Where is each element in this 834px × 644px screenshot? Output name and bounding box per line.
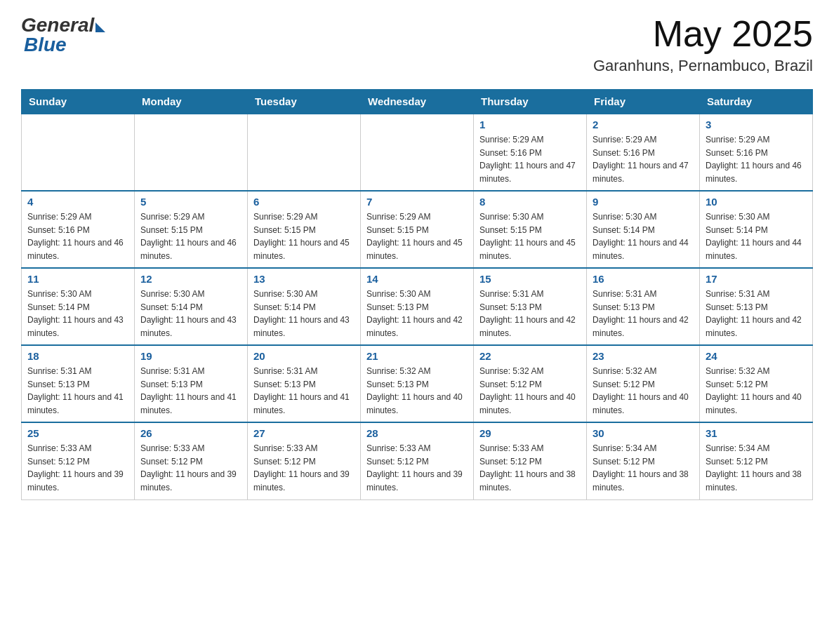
day-number: 16 (593, 273, 694, 285)
calendar-cell: 12Sunrise: 5:30 AMSunset: 5:14 PMDayligh… (135, 268, 248, 345)
day-number: 25 (27, 427, 128, 439)
day-info: Sunrise: 5:33 AMSunset: 5:12 PMDaylight:… (27, 442, 128, 494)
day-info: Sunrise: 5:29 AMSunset: 5:16 PMDaylight:… (706, 133, 807, 185)
day-number: 23 (593, 350, 694, 362)
calendar-cell: 13Sunrise: 5:30 AMSunset: 5:14 PMDayligh… (248, 268, 361, 345)
day-number: 14 (366, 273, 468, 285)
week-row-1: 1Sunrise: 5:29 AMSunset: 5:16 PMDaylight… (22, 114, 813, 191)
calendar-cell: 19Sunrise: 5:31 AMSunset: 5:13 PMDayligh… (135, 345, 248, 422)
day-info: Sunrise: 5:32 AMSunset: 5:12 PMDaylight:… (479, 365, 581, 417)
day-info: Sunrise: 5:34 AMSunset: 5:12 PMDaylight:… (706, 442, 807, 494)
day-number: 10 (706, 196, 807, 208)
day-number: 22 (479, 350, 581, 362)
day-info: Sunrise: 5:29 AMSunset: 5:15 PMDaylight:… (140, 210, 241, 262)
title-block: May 2025 Garanhuns, Pernambuco, Brazil (593, 14, 813, 75)
day-number: 21 (366, 350, 468, 362)
day-number: 2 (593, 119, 694, 130)
day-number: 30 (593, 427, 694, 439)
calendar-cell: 28Sunrise: 5:33 AMSunset: 5:12 PMDayligh… (361, 422, 474, 499)
day-info: Sunrise: 5:30 AMSunset: 5:14 PMDaylight:… (253, 288, 355, 340)
calendar-cell (248, 114, 361, 191)
calendar-cell: 17Sunrise: 5:31 AMSunset: 5:13 PMDayligh… (700, 268, 813, 345)
calendar-cell: 6Sunrise: 5:29 AMSunset: 5:15 PMDaylight… (248, 191, 361, 268)
calendar-cell: 15Sunrise: 5:31 AMSunset: 5:13 PMDayligh… (474, 268, 587, 345)
calendar-cell: 27Sunrise: 5:33 AMSunset: 5:12 PMDayligh… (248, 422, 361, 499)
logo-arrow-icon (95, 22, 105, 32)
day-info: Sunrise: 5:30 AMSunset: 5:13 PMDaylight:… (366, 288, 468, 340)
calendar-cell: 9Sunrise: 5:30 AMSunset: 5:14 PMDaylight… (587, 191, 700, 268)
day-info: Sunrise: 5:32 AMSunset: 5:13 PMDaylight:… (366, 365, 468, 417)
calendar-cell: 8Sunrise: 5:30 AMSunset: 5:15 PMDaylight… (474, 191, 587, 268)
calendar-cell: 16Sunrise: 5:31 AMSunset: 5:13 PMDayligh… (587, 268, 700, 345)
day-info: Sunrise: 5:29 AMSunset: 5:15 PMDaylight:… (366, 210, 468, 262)
day-info: Sunrise: 5:31 AMSunset: 5:13 PMDaylight:… (706, 288, 807, 340)
calendar-cell: 24Sunrise: 5:32 AMSunset: 5:12 PMDayligh… (700, 345, 813, 422)
calendar-header-wednesday: Wednesday (361, 90, 474, 114)
day-number: 28 (366, 427, 468, 439)
calendar-cell: 2Sunrise: 5:29 AMSunset: 5:16 PMDaylight… (587, 114, 700, 191)
week-row-4: 18Sunrise: 5:31 AMSunset: 5:13 PMDayligh… (22, 345, 813, 422)
calendar-header-sunday: Sunday (22, 90, 135, 114)
day-info: Sunrise: 5:34 AMSunset: 5:12 PMDaylight:… (593, 442, 694, 494)
day-number: 31 (706, 427, 807, 439)
day-number: 12 (140, 273, 241, 285)
day-number: 19 (140, 350, 241, 362)
day-info: Sunrise: 5:31 AMSunset: 5:13 PMDaylight:… (253, 365, 355, 417)
day-info: Sunrise: 5:30 AMSunset: 5:14 PMDaylight:… (593, 210, 694, 262)
day-number: 4 (27, 196, 128, 208)
week-row-2: 4Sunrise: 5:29 AMSunset: 5:16 PMDaylight… (22, 191, 813, 268)
calendar-cell (22, 114, 135, 191)
calendar-cell: 4Sunrise: 5:29 AMSunset: 5:16 PMDaylight… (22, 191, 135, 268)
calendar-cell: 7Sunrise: 5:29 AMSunset: 5:15 PMDaylight… (361, 191, 474, 268)
page-header: General Blue May 2025 Garanhuns, Pernamb… (21, 14, 813, 75)
day-info: Sunrise: 5:33 AMSunset: 5:12 PMDaylight:… (366, 442, 468, 494)
day-info: Sunrise: 5:32 AMSunset: 5:12 PMDaylight:… (706, 365, 807, 417)
calendar-cell (361, 114, 474, 191)
day-info: Sunrise: 5:32 AMSunset: 5:12 PMDaylight:… (593, 365, 694, 417)
calendar-cell: 1Sunrise: 5:29 AMSunset: 5:16 PMDaylight… (474, 114, 587, 191)
day-info: Sunrise: 5:29 AMSunset: 5:15 PMDaylight:… (253, 210, 355, 262)
calendar-cell: 31Sunrise: 5:34 AMSunset: 5:12 PMDayligh… (700, 422, 813, 499)
day-info: Sunrise: 5:30 AMSunset: 5:14 PMDaylight:… (140, 288, 241, 340)
calendar-cell: 29Sunrise: 5:33 AMSunset: 5:12 PMDayligh… (474, 422, 587, 499)
day-number: 7 (366, 196, 468, 208)
day-info: Sunrise: 5:29 AMSunset: 5:16 PMDaylight:… (479, 133, 581, 185)
location-subtitle: Garanhuns, Pernambuco, Brazil (593, 57, 813, 75)
calendar-cell: 20Sunrise: 5:31 AMSunset: 5:13 PMDayligh… (248, 345, 361, 422)
day-number: 6 (253, 196, 355, 208)
calendar-header-saturday: Saturday (700, 90, 813, 114)
day-info: Sunrise: 5:31 AMSunset: 5:13 PMDaylight:… (27, 365, 128, 417)
day-number: 5 (140, 196, 241, 208)
day-info: Sunrise: 5:29 AMSunset: 5:16 PMDaylight:… (27, 210, 128, 262)
calendar-cell: 3Sunrise: 5:29 AMSunset: 5:16 PMDaylight… (700, 114, 813, 191)
calendar-cell: 18Sunrise: 5:31 AMSunset: 5:13 PMDayligh… (22, 345, 135, 422)
week-row-5: 25Sunrise: 5:33 AMSunset: 5:12 PMDayligh… (22, 422, 813, 499)
calendar-table: SundayMondayTuesdayWednesdayThursdayFrid… (21, 89, 813, 500)
month-year-title: May 2025 (593, 14, 813, 54)
calendar-cell: 10Sunrise: 5:30 AMSunset: 5:14 PMDayligh… (700, 191, 813, 268)
day-number: 15 (479, 273, 581, 285)
calendar-cell (135, 114, 248, 191)
calendar-cell: 22Sunrise: 5:32 AMSunset: 5:12 PMDayligh… (474, 345, 587, 422)
calendar-header-tuesday: Tuesday (248, 90, 361, 114)
day-number: 3 (706, 119, 807, 130)
calendar-cell: 11Sunrise: 5:30 AMSunset: 5:14 PMDayligh… (22, 268, 135, 345)
calendar-header-friday: Friday (587, 90, 700, 114)
day-number: 20 (253, 350, 355, 362)
calendar-cell: 26Sunrise: 5:33 AMSunset: 5:12 PMDayligh… (135, 422, 248, 499)
week-row-3: 11Sunrise: 5:30 AMSunset: 5:14 PMDayligh… (22, 268, 813, 345)
day-info: Sunrise: 5:31 AMSunset: 5:13 PMDaylight:… (593, 288, 694, 340)
day-info: Sunrise: 5:33 AMSunset: 5:12 PMDaylight:… (140, 442, 241, 494)
day-number: 26 (140, 427, 241, 439)
calendar-header-monday: Monday (135, 90, 248, 114)
calendar-header-thursday: Thursday (474, 90, 587, 114)
calendar-cell: 23Sunrise: 5:32 AMSunset: 5:12 PMDayligh… (587, 345, 700, 422)
day-number: 24 (706, 350, 807, 362)
day-number: 29 (479, 427, 581, 439)
logo: General Blue (21, 14, 105, 56)
calendar-cell: 21Sunrise: 5:32 AMSunset: 5:13 PMDayligh… (361, 345, 474, 422)
day-info: Sunrise: 5:29 AMSunset: 5:16 PMDaylight:… (593, 133, 694, 185)
calendar-cell: 25Sunrise: 5:33 AMSunset: 5:12 PMDayligh… (22, 422, 135, 499)
day-number: 8 (479, 196, 581, 208)
day-number: 18 (27, 350, 128, 362)
